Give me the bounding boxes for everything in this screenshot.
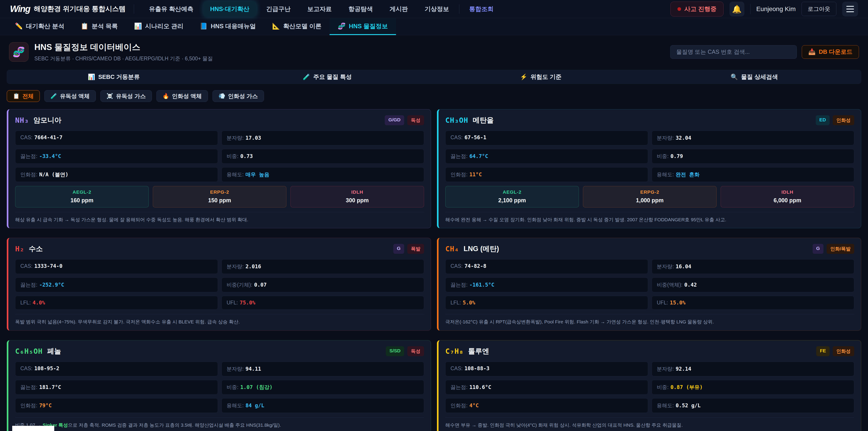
field-비중: 비중:0.87 (부유) (652, 380, 855, 395)
field-value: 32.04 (676, 135, 691, 141)
badge-G/GD: G/GD (385, 115, 404, 125)
substance-name: LNG (메탄) (464, 244, 499, 254)
badge-폭발: 폭발 (407, 244, 424, 254)
section-label: 위험도 기준 (530, 73, 561, 81)
fire-icon: 🔥 (162, 93, 169, 99)
substance-card-grid: NH₃암모니아G/GD독성CAS:7664-41-7분자량:17.03끓는점:-… (7, 109, 861, 431)
field-인화점: 인화점:N/A (불연) (15, 167, 218, 182)
substance-formula: CH₄ (445, 245, 459, 253)
field-value: 84 g/L (246, 402, 264, 408)
section-물질 상세검색[interactable]: 🔍물질 상세검색 (648, 70, 861, 84)
field-label: LFL: (20, 300, 31, 306)
logo-wing-icon: Wing (10, 4, 30, 14)
section-위험도 기준[interactable]: ⚡위험도 기준 (434, 70, 648, 84)
field-UFL: UFL:15.0% (652, 296, 855, 310)
section-SEBC 거동분류[interactable]: 📊SEBC 거동분류 (7, 70, 221, 84)
threshold-label: IDLH (293, 189, 422, 195)
filter-전체[interactable]: 📋전체 (7, 90, 40, 102)
threshold-ERPG-2: ERPG-2150 ppm (153, 186, 286, 208)
substance-formula: C₇H₈ (445, 347, 464, 356)
threshold-value: 300 ppm (293, 197, 422, 204)
card-footer-note: 비중 1.07 → Sinker 특성으로 저층 축적. ROMS 검증 결과 … (15, 418, 424, 429)
badge-group: FE인화성 (816, 346, 854, 356)
field-value: 15.0% (670, 300, 685, 306)
db-download-button[interactable]: 📥 DB 다운로드 (802, 45, 859, 59)
field-label: 분자량: (227, 135, 244, 141)
app-title: 해양환경 위기대응 통합시스템 (34, 4, 126, 13)
card-header: NH₃암모니아G/GD독성 (15, 115, 424, 125)
magnifier-icon: 🔍 (731, 73, 738, 81)
filter-인화성 액체[interactable]: 🔥인화성 액체 (156, 90, 208, 102)
nav-item-기상정보[interactable]: 기상정보 (418, 1, 456, 17)
nav-item-긴급구난[interactable]: 긴급구난 (259, 1, 298, 17)
tab-HNS 대응매뉴얼[interactable]: 📘HNS 대응매뉴얼 (191, 18, 264, 35)
field-value: 0.07 (254, 282, 267, 288)
nav-item-HNS·대기확산[interactable]: HNS·대기확산 (204, 1, 256, 17)
substance-formula: C₆H₅OH (15, 347, 43, 356)
nav-item-항공탐색[interactable]: 항공탐색 (342, 1, 380, 17)
user-name: Eunjeong Kim (756, 5, 796, 13)
field-끓는점: 끓는점:-161.5°C (445, 278, 648, 292)
filter-인화성 가스[interactable]: 💨인화성 가스 (213, 90, 264, 102)
footer-text: 으로 저층 축적. ROMS 검증 결과 저층 농도가 표층의 3.5배. 해양… (68, 423, 281, 428)
section-bar: 📊SEBC 거동분류🧪주요 물질 특성⚡위험도 기준🔍물질 상세검색 (7, 70, 861, 84)
badge-독성: 독성 (407, 115, 424, 125)
card-header: H₂수소G폭발 (15, 244, 424, 254)
search-input[interactable] (670, 45, 797, 59)
field-label: 비중(액체): (657, 282, 683, 288)
nav-item-통합조회[interactable]: 통합조회 (463, 1, 500, 17)
card-header: C₇H₈톨루엔FE인화성 (445, 346, 854, 356)
category-filters: 📋전체🧪유독성 액체☠️유독성 가스🔥인화성 액체💨인화성 가스 (7, 90, 861, 102)
page-subtitle: SEBC 거동분류 · CHRIS/CAMEO DB · AEGL/ERPG/I… (34, 55, 213, 62)
nav-item-유출유 확산예측[interactable]: 유출유 확산예측 (142, 1, 200, 17)
badge-group: G인화/폭발 (813, 244, 854, 254)
substance-formula: NH₃ (15, 116, 29, 125)
threshold-IDLH: IDLH6,000 ppm (721, 186, 854, 208)
filter-유독성 가스[interactable]: ☠️유독성 가스 (100, 90, 152, 102)
field-value: 2.016 (246, 264, 261, 269)
field-label: 분자량: (227, 366, 244, 372)
field-label: CAS: (20, 134, 33, 140)
substance-name: 수소 (29, 244, 43, 254)
incident-status-label: 사고 진행중 (684, 5, 717, 13)
tab-대기확산 분석[interactable]: ✏️대기확산 분석 (7, 18, 72, 35)
field-label: 끓는점: (451, 384, 467, 390)
hamburger-menu-icon[interactable] (842, 2, 858, 17)
tab-HNS 물질정보[interactable]: 🧬HNS 물질정보 (330, 18, 396, 35)
field-value: 16.04 (676, 264, 691, 269)
field-value: 1333-74-0 (34, 263, 63, 269)
field-UFL: UFL:75.0% (221, 296, 424, 310)
filter-label: 유독성 액체 (60, 92, 90, 100)
badge-FE: FE (816, 346, 830, 356)
dna-icon: 🧬 (9, 42, 29, 62)
field-인화점: 인화점:79°C (15, 398, 218, 413)
field-label: 용해도: (657, 172, 674, 177)
substance-name: 톨루엔 (468, 346, 489, 356)
threshold-value: 6,000 ppm (723, 197, 852, 204)
section-주요 물질 특성[interactable]: 🧪주요 물질 특성 (221, 70, 434, 84)
notification-bell-icon[interactable]: 🔔 (730, 2, 744, 17)
field-grid: CAS:108-88-3분자량:92.14끓는점:110.6°C비중:0.87 … (445, 362, 854, 413)
field-LFL: LFL:5.0% (445, 296, 648, 310)
logout-button[interactable]: 로그아웃 (802, 2, 836, 16)
field-value: 108-95-2 (34, 366, 59, 371)
badge-인화성: 인화성 (833, 346, 854, 356)
nav-divider (134, 4, 134, 14)
substance-card-암모니아: NH₃암모니아G/GD독성CAS:7664-41-7분자량:17.03끓는점:-… (7, 109, 431, 228)
field-value: 79°C (39, 402, 52, 408)
footer-text: 해수면 부유 → 증발. 인화점 극히 낮아(4°C) 화재 위험 상시. 석유… (445, 423, 683, 428)
field-CAS: CAS:67-56-1 (445, 131, 648, 145)
tab-확산모델 이론[interactable]: 📐확산모델 이론 (264, 18, 330, 35)
field-label: 용해도: (227, 172, 244, 177)
nav-item-게시판[interactable]: 게시판 (383, 1, 415, 17)
tab-시나리오 관리[interactable]: 📊시나리오 관리 (126, 18, 191, 35)
threshold-label: AEGL-2 (18, 189, 146, 195)
badge-ED: ED (816, 115, 830, 125)
bar-chart-icon: 📊 (88, 73, 95, 81)
filter-유독성 액체[interactable]: 🧪유독성 액체 (44, 90, 96, 102)
bar-chart-icon: 📊 (134, 22, 142, 30)
nav-item-보고자료[interactable]: 보고자료 (301, 1, 339, 17)
tab-분석 목록[interactable]: 📋분석 목록 (72, 18, 126, 35)
field-label: CAS: (451, 263, 463, 269)
field-분자량: 분자량:32.04 (652, 131, 855, 145)
